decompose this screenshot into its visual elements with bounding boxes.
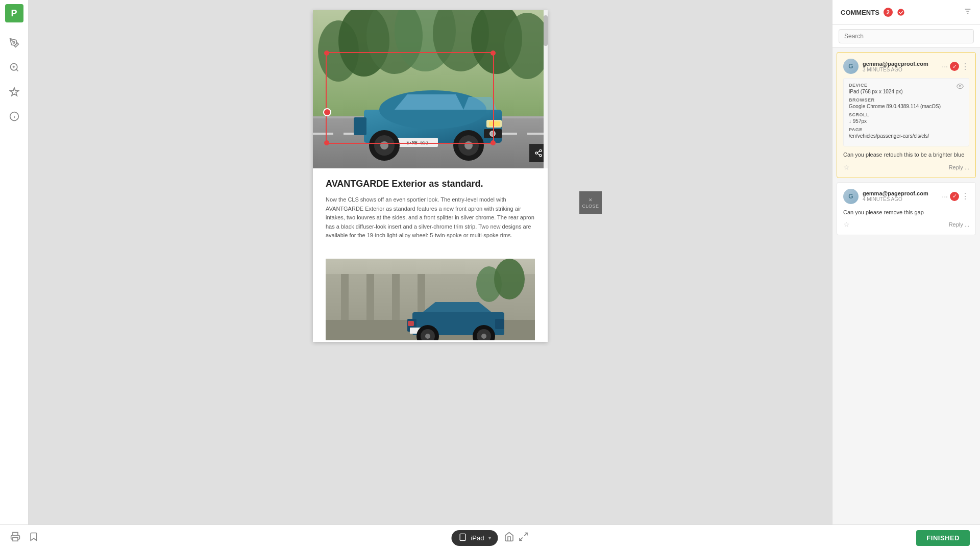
reply-link-2[interactable]: Reply ... <box>949 221 969 228</box>
comment-pin[interactable] <box>323 108 331 116</box>
device-info-1: DEVICE iPad (768 px x 1024 px) BROWSER <box>843 78 969 146</box>
device-selector: iPad ▾ <box>451 530 528 546</box>
info-icon[interactable] <box>4 106 24 127</box>
page-section: PAGE /en/vehicles/passenger-cars/cls/cls… <box>849 127 964 139</box>
red-check-icon <box>897 8 905 16</box>
print-icon[interactable] <box>10 532 20 544</box>
comment-actions-1: ··· ✓ ⋮ <box>942 62 969 71</box>
svg-line-44 <box>537 154 540 155</box>
page-value: /en/vehicles/passenger-cars/cls/cls/ <box>849 133 964 139</box>
more-icon-2[interactable]: ⋮ <box>961 191 969 201</box>
dot-menu-2[interactable]: ··· <box>942 192 948 201</box>
close-label: CLOSE <box>582 204 599 209</box>
close-button[interactable]: ✕ CLOSE <box>579 191 602 214</box>
home-icon[interactable] <box>504 532 514 544</box>
finished-button[interactable]: FINISHED <box>916 530 970 546</box>
svg-line-75 <box>520 538 523 541</box>
pen-tool-icon[interactable] <box>4 33 24 53</box>
svg-rect-71 <box>13 538 18 541</box>
svg-point-70 <box>959 85 961 87</box>
svg-point-43 <box>540 155 542 157</box>
device-pill[interactable]: iPad ▾ <box>451 530 498 546</box>
svg-rect-17 <box>313 133 333 135</box>
scroll-indicator <box>544 10 548 168</box>
device-section: DEVICE iPad (768 px x 1024 px) <box>849 83 903 94</box>
sparkle-icon[interactable] <box>4 82 24 102</box>
comment-author-1: gemma@pageproof.com <box>863 61 942 67</box>
bottom-left-icons <box>10 532 39 544</box>
check-badge-2[interactable]: ✓ <box>950 192 959 201</box>
comment-time-2: 4 MINUTES AGO <box>863 196 942 202</box>
comment-author-2: gemma@pageproof.com <box>863 190 942 196</box>
svg-point-40 <box>380 141 388 149</box>
zoom-icon[interactable] <box>4 57 24 78</box>
eye-icon[interactable] <box>957 83 964 91</box>
svg-line-45 <box>537 151 540 153</box>
scroll-thumb[interactable] <box>544 15 548 46</box>
svg-rect-58 <box>408 321 414 326</box>
browser-label: BROWSER <box>849 97 964 103</box>
browser-value: Google Chrome 89.0.4389.114 (macOS) <box>849 104 964 109</box>
star-icon-2[interactable]: ☆ <box>843 220 850 229</box>
document-body: Now the CLS shows off an even sportier l… <box>326 195 535 240</box>
svg-point-0 <box>13 42 14 43</box>
svg-point-41 <box>540 149 542 152</box>
svg-rect-57 <box>495 319 504 329</box>
filter-icon[interactable] <box>964 7 972 17</box>
tablet-icon <box>458 533 467 543</box>
avatar-1: G <box>843 59 859 74</box>
search-bar <box>832 25 980 48</box>
star-icon-1[interactable]: ☆ <box>843 163 850 171</box>
caret-down-icon: ▾ <box>488 535 491 541</box>
page-document: S·MB 652 <box>313 10 548 342</box>
device-label: DEVICE <box>849 83 903 88</box>
top-image-container: S·MB 652 <box>313 10 548 168</box>
svg-point-65 <box>481 334 486 339</box>
content-area: S·MB 652 <box>29 0 832 551</box>
document-heading: AVANTGARDE Exterior as standard. <box>326 179 535 189</box>
comment-header-1: G gemma@pageproof.com 3 MINUTES AGO ··· … <box>843 59 969 74</box>
reply-link-1[interactable]: Reply ... <box>949 164 969 170</box>
main-layout: P <box>0 0 980 551</box>
device-value: iPad (768 px x 1024 px) <box>849 89 903 94</box>
search-input[interactable] <box>839 29 974 43</box>
dot-menu-1[interactable]: ··· <box>942 62 948 70</box>
bookmark-icon[interactable] <box>29 532 39 544</box>
left-sidebar: P <box>0 0 29 551</box>
svg-point-31 <box>491 132 495 136</box>
comment-meta-1: gemma@pageproof.com 3 MINUTES AGO <box>863 61 942 72</box>
svg-text:S·MB 652: S·MB 652 <box>406 140 428 145</box>
comment-footer-1: ☆ Reply ... <box>843 163 969 171</box>
svg-point-62 <box>425 334 430 339</box>
device-name: iPad <box>471 534 484 542</box>
comment-card-1: G gemma@pageproof.com 3 MINUTES AGO ··· … <box>837 52 976 178</box>
comment-meta-2: gemma@pageproof.com 4 MINUTES AGO <box>863 190 942 202</box>
svg-point-37 <box>464 141 473 149</box>
close-x-icon: ✕ <box>589 197 593 203</box>
check-badge-1[interactable]: ✓ <box>950 62 959 71</box>
comments-title: COMMENTS <box>841 9 879 16</box>
top-car-image: S·MB 652 <box>313 10 548 168</box>
comment-time-1: 3 MINUTES AGO <box>863 67 942 72</box>
more-icon-1[interactable]: ⋮ <box>961 62 969 71</box>
expand-icon[interactable] <box>519 532 529 544</box>
text-content: AVANTGARDE Exterior as standard. Now the… <box>313 168 548 259</box>
svg-point-53 <box>494 259 525 299</box>
right-panel: COMMENTS 2 G <box>832 0 980 551</box>
bottom-bar: iPad ▾ FINISHED <box>0 524 980 551</box>
svg-point-42 <box>535 152 537 154</box>
comment-text-1: Can you please retouch this to be a brig… <box>843 151 969 159</box>
scroll-label: SCROLL <box>849 112 964 117</box>
svg-point-66 <box>897 9 904 15</box>
comment-footer-2: ☆ Reply ... <box>843 220 969 229</box>
comments-count: 2 <box>884 8 893 17</box>
svg-rect-32 <box>354 117 366 135</box>
bottom-car-image <box>326 259 535 340</box>
svg-rect-28 <box>489 121 500 126</box>
comments-header: COMMENTS 2 <box>832 0 980 25</box>
app-logo[interactable]: P <box>5 4 23 22</box>
comment-header-2: G gemma@pageproof.com 4 MINUTES AGO ··· … <box>843 189 969 204</box>
browser-section: BROWSER Google Chrome 89.0.4389.114 (mac… <box>849 97 964 109</box>
page-label: PAGE <box>849 127 964 132</box>
device-row-device: DEVICE iPad (768 px x 1024 px) <box>849 83 964 94</box>
